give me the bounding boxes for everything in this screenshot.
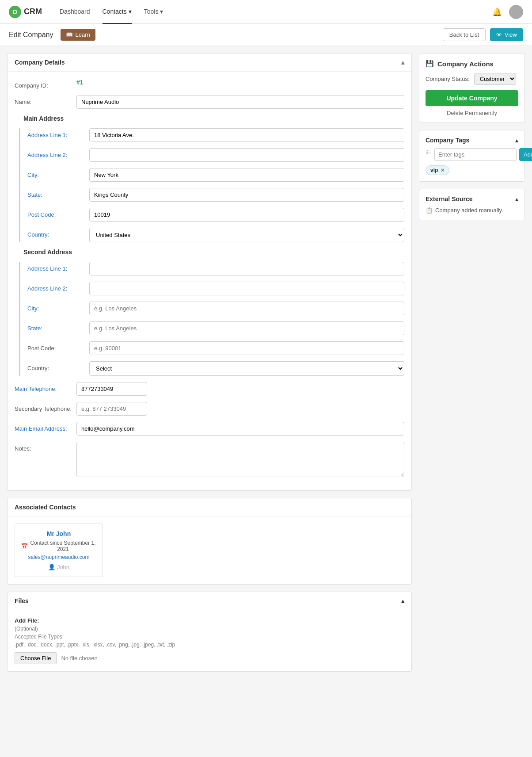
contact-role: 👤 John (21, 564, 96, 570)
main-line2-row: Address Line 2: (27, 148, 404, 162)
email-input[interactable] (76, 422, 404, 436)
name-input[interactable] (76, 95, 404, 109)
second-address-section: Address Line 1: Address Line 2: City: St… (19, 262, 404, 376)
files-card: Files ▴ Add File: (Optional) Accepted Fi… (7, 592, 412, 672)
bell-icon[interactable]: 🔔 (492, 7, 502, 17)
external-source-card: External Source ▴ 📋 Company added manual… (419, 189, 525, 220)
main-tel-input[interactable] (76, 382, 147, 396)
header-action-buttons: Back to List 👁 View (443, 28, 523, 41)
nav-tools[interactable]: Tools ▾ (144, 0, 163, 24)
associated-contacts-header: Associated Contacts (8, 498, 411, 516)
files-body: Add File: (Optional) Accepted File Types… (8, 610, 411, 671)
main-country-select[interactable]: United States United Kingdom Canada Aust… (89, 228, 404, 242)
contact-email[interactable]: sales@nuprimeaudio.com (21, 554, 96, 560)
main-state-label: State: (27, 188, 89, 198)
learn-button[interactable]: 📖 Learn (61, 29, 95, 41)
sec-tel-input[interactable] (76, 402, 147, 416)
contact-name[interactable]: Mr John (21, 530, 96, 537)
main-postcode-input[interactable] (89, 208, 404, 222)
tags-input-row: 🏷 Add (426, 148, 518, 161)
notes-label: Notes: (15, 442, 76, 452)
company-actions-card: 💾 Company Actions Company Status: Custom… (419, 53, 525, 123)
files-collapse-icon[interactable]: ▴ (401, 597, 404, 604)
tag-icon: 🏷 (426, 148, 432, 161)
nav-contacts[interactable]: Contacts ▾ (103, 0, 132, 24)
choose-file-button[interactable]: Choose File (15, 652, 57, 664)
main-line2-label: Address Line 2: (27, 148, 89, 158)
email-row: Main Email Address: (15, 422, 404, 436)
tags-collapse-icon[interactable]: ▴ (515, 137, 518, 144)
file-optional-text: (Optional) (15, 626, 404, 632)
avatar[interactable] (509, 5, 523, 19)
tools-chevron-icon: ▾ (160, 8, 163, 15)
sec-city-input[interactable] (89, 302, 404, 315)
main-tel-label: Main Telephone: (15, 382, 76, 392)
notes-textarea[interactable] (76, 442, 404, 477)
main-line2-input[interactable] (89, 148, 404, 162)
file-input-row: Choose File No file chosen (15, 652, 404, 664)
external-source-collapse-icon[interactable]: ▴ (515, 195, 518, 203)
contact-since: 📅 Contact since September 1, 2021 (21, 540, 96, 552)
update-company-button[interactable]: Update Company (426, 90, 518, 106)
main-line1-input[interactable] (89, 128, 404, 142)
external-source-text: 📋 Company added manually. (426, 207, 518, 214)
main-address-section: Address Line 1: Address Line 2: City: St… (19, 128, 404, 242)
main-address-title: Main Address (23, 115, 404, 122)
main-country-label: Country: (27, 228, 89, 238)
sec-city-label: City: (27, 302, 89, 312)
right-column: 💾 Company Actions Company Status: Custom… (419, 53, 525, 220)
sec-state-input[interactable] (89, 321, 404, 335)
add-file-label: Add File: (15, 617, 404, 624)
tags-add-button[interactable]: Add (519, 148, 532, 161)
file-accepted-types: .pdf, .doc, .docx, .ppt, .pptx, .xls, .x… (15, 641, 404, 649)
company-actions-title: 💾 Company Actions (426, 60, 518, 68)
header: D CRM Dashboard Contacts ▾ Tools ▾ 🔔 (0, 0, 532, 24)
company-details-header: Company Details ▴ (8, 54, 411, 72)
external-source-header: External Source ▴ (426, 195, 518, 203)
sec-tel-row: Secondary Telephone: (15, 402, 404, 416)
tag-vip-remove[interactable]: ✕ (441, 168, 445, 173)
status-select[interactable]: Customer Lead Prospect Inactive (474, 73, 516, 85)
sec-line1-input[interactable] (89, 262, 404, 275)
status-row: Company Status: Customer Lead Prospect I… (426, 73, 518, 85)
main-country-row: Country: United States United Kingdom Ca… (27, 228, 404, 242)
associated-contacts-body: Mr John 📅 Contact since September 1, 202… (8, 516, 411, 584)
main-city-input[interactable] (89, 168, 404, 182)
sec-country-row: Country: Select United States United Kin… (27, 361, 404, 376)
sec-tel-label: Secondary Telephone: (15, 402, 76, 412)
delete-permanently-link[interactable]: Delete Permanently (426, 110, 518, 116)
sec-postcode-row: Post Code: (27, 341, 404, 355)
view-button[interactable]: 👁 View (490, 28, 523, 41)
sec-line2-input[interactable] (89, 282, 404, 295)
company-details-body: Company ID: #1 Name: Main Address Addres… (8, 72, 411, 490)
tag-badge-vip: vip ✕ (426, 165, 449, 175)
no-file-text: No file chosen (61, 655, 97, 661)
tags-header: Company Tags ▴ (426, 137, 518, 144)
main-postcode-row: Post Code: (27, 208, 404, 222)
name-label: Name: (15, 95, 76, 105)
source-icon: 📋 (426, 207, 433, 214)
company-id-value: #1 (76, 79, 84, 86)
logo: D CRM (9, 6, 42, 18)
main-state-input[interactable] (89, 188, 404, 202)
sec-city-row: City: (27, 302, 404, 315)
sec-country-select[interactable]: Select United States United Kingdom Cana… (89, 361, 404, 376)
associated-contacts-card: Associated Contacts Mr John 📅 Contact si… (7, 498, 412, 585)
back-to-list-button[interactable]: Back to List (443, 28, 486, 41)
main-layout: Company Details ▴ Company ID: #1 Name: M… (0, 46, 532, 679)
nav-dashboard[interactable]: Dashboard (60, 0, 90, 24)
logo-text: CRM (24, 7, 42, 16)
external-source-title: External Source (426, 195, 473, 203)
files-header: Files ▴ (8, 592, 411, 610)
sec-postcode-input[interactable] (89, 341, 404, 355)
header-right: 🔔 (492, 5, 523, 19)
main-nav: Dashboard Contacts ▾ Tools ▾ (60, 0, 492, 24)
collapse-icon[interactable]: ▴ (401, 59, 404, 66)
contacts-chevron-icon: ▾ (129, 8, 132, 15)
sec-line2-row: Address Line 2: (27, 282, 404, 295)
tags-input[interactable] (434, 148, 517, 161)
left-column: Company Details ▴ Company ID: #1 Name: M… (7, 53, 412, 672)
file-accepted-label: Accepted File Types: (15, 634, 404, 640)
main-city-label: City: (27, 168, 89, 178)
company-id-row: Company ID: #1 (15, 79, 404, 89)
